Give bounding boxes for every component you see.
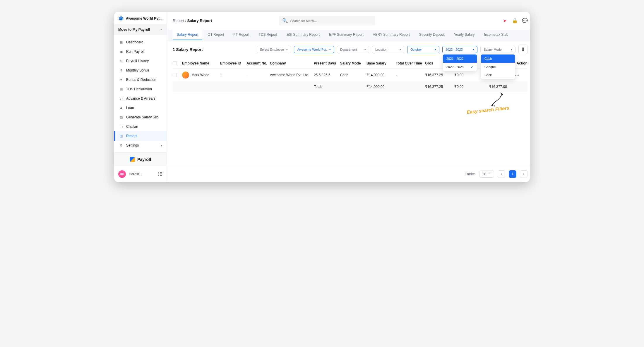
pager: Entries 20⌃ ‹ 1 › xyxy=(167,166,530,182)
year-option[interactable]: 2022 - 2023✓ xyxy=(443,63,477,71)
nav-icon: ▦ xyxy=(119,40,123,44)
nav-item-generate-salary-slip[interactable]: ▥Generate Salary Slip xyxy=(114,113,167,122)
brand-name: Awesome World Pvt... xyxy=(126,16,162,21)
lock-icon[interactable]: 🔒 xyxy=(512,18,518,23)
nav-label: Loan xyxy=(126,106,134,110)
year-select[interactable]: 2022 - 2023▾ 2021 - 20222022 - 2023✓ xyxy=(442,46,477,53)
nav-item-challan[interactable]: ▢Challan xyxy=(114,122,167,131)
employee-select[interactable]: Select Employee▾ xyxy=(257,46,291,53)
brand: Awesome World Pvt... xyxy=(114,12,167,24)
nav-label: Bonus & Deduction xyxy=(126,78,156,82)
mode-option[interactable]: Bank xyxy=(481,71,515,79)
row-checkbox[interactable] xyxy=(173,73,177,77)
arrow-icon xyxy=(489,92,506,108)
bottom-brand: Payroll xyxy=(114,152,167,166)
total-net: ₹16,377.00 xyxy=(478,85,507,89)
search-box[interactable]: 🔍 xyxy=(279,16,375,25)
app-grid-icon[interactable] xyxy=(158,172,162,176)
nav-icon: ± xyxy=(119,78,123,82)
col-employee-id: Employee ID xyxy=(220,61,246,65)
salary-mode-select[interactable]: Salary Mode▾ CashChequeBank xyxy=(480,46,515,53)
nav-icon: ◫ xyxy=(119,134,123,138)
download-button[interactable]: ⬇ xyxy=(518,45,527,54)
nav-item-dashboard[interactable]: ▦Dashboard xyxy=(114,38,167,47)
chevron-down-icon: ▾ xyxy=(400,48,401,51)
nav-label: Advance & Arrears xyxy=(126,96,155,101)
user-bar[interactable]: HG Hardik... xyxy=(114,166,167,182)
tab-yearly-salary[interactable]: Yearly Salary xyxy=(450,30,479,40)
nav: ▦Dashboard▣Run Payroll↻Payroll History₹M… xyxy=(114,35,167,152)
nav-icon: ▢ xyxy=(119,125,123,129)
total-gross: ₹16,377.25 xyxy=(425,85,454,89)
nav-label: Monthly Bonus xyxy=(126,68,149,72)
nav-item-report[interactable]: ◫Report xyxy=(114,131,167,141)
nav-item-payroll-history[interactable]: ↻Payroll History xyxy=(114,56,167,66)
chevron-down-icon: ▾ xyxy=(511,48,512,51)
tab-security-deposit[interactable]: Security Deposit xyxy=(415,30,449,40)
cell-present: 25.5 / 25.5 xyxy=(314,73,340,77)
cell-company: Awesome World Pvt. Ltd. xyxy=(270,73,314,77)
search-input[interactable] xyxy=(290,19,372,23)
filters-row: 1 Salary Report Select Employee▾ Awesome… xyxy=(167,40,530,58)
tab-salary-report[interactable]: Salary Report xyxy=(173,30,202,40)
tab-tds-report[interactable]: TDS Report xyxy=(255,30,281,40)
nav-label: TDS Declaration xyxy=(126,87,152,91)
year-option[interactable]: 2021 - 2022 xyxy=(443,55,477,63)
arrow-right-icon: → xyxy=(159,28,162,32)
chat-icon[interactable]: 💬 xyxy=(522,18,527,23)
cell-acct: - xyxy=(246,73,270,77)
salary-mode-dropdown: CashChequeBank xyxy=(481,54,515,79)
month-select[interactable]: October▾ xyxy=(407,46,439,53)
tab-ot-report[interactable]: OT Report xyxy=(203,30,228,40)
nav-item-settings[interactable]: ⚙Settings▸ xyxy=(114,141,167,150)
cell-name: Mark Wood xyxy=(191,73,209,77)
total-base: ₹14,000.00 xyxy=(366,85,396,89)
nav-item-monthly-bonus[interactable]: ₹Monthly Bonus xyxy=(114,66,167,75)
nav-item-bonus-&-deduction[interactable]: ±Bonus & Deduction xyxy=(114,75,167,84)
col-salary-mode: Salary Mode xyxy=(340,61,366,65)
tab-epf-summary-report[interactable]: EPF Summary Report xyxy=(325,30,367,40)
department-select[interactable]: Department▾ xyxy=(337,46,369,53)
tab-abry-summary-report[interactable]: ABRY Summary Report xyxy=(369,30,414,40)
nav-icon: ▤ xyxy=(119,87,123,91)
location-select[interactable]: Location▾ xyxy=(372,46,404,53)
select-all-checkbox[interactable] xyxy=(173,61,177,65)
col-over-time: Total Over Time xyxy=(396,61,425,65)
sidebar: Awesome World Pvt... Move to My Payroll … xyxy=(114,12,167,182)
total-c2: ₹0.00 xyxy=(454,85,478,89)
nav-label: Generate Salary Slip xyxy=(126,115,159,119)
page-next-button[interactable]: › xyxy=(520,170,527,178)
breadcrumb: Report / Salary Report xyxy=(173,18,212,23)
total-label: Total: xyxy=(314,85,340,89)
tab-esi-summary-report[interactable]: ESI Summary Report xyxy=(282,30,324,40)
search-icon: 🔍 xyxy=(282,18,288,23)
mode-option[interactable]: Cash xyxy=(481,55,515,63)
table-total: Total: ₹14,000.00 ₹16,377.25 ₹0.00 ₹16,3… xyxy=(173,82,527,92)
chevron-down-icon: ▾ xyxy=(473,48,474,51)
breadcrumb-root[interactable]: Report xyxy=(173,18,184,23)
nav-item-tds-declaration[interactable]: ▤TDS Declaration xyxy=(114,84,167,94)
page-prev-button[interactable]: ‹ xyxy=(498,170,505,178)
col-employee-name: Employee Name xyxy=(182,61,220,65)
tab-incometax-slab[interactable]: Incometax Slab xyxy=(480,30,513,40)
nav-label: Settings xyxy=(126,143,139,147)
page-number[interactable]: 1 xyxy=(509,170,516,178)
move-to-payroll-button[interactable]: Move to My Payroll → xyxy=(114,24,167,35)
nav-item-advance-&-arrears[interactable]: ⇄Advance & Arrears xyxy=(114,94,167,103)
page-heading: 1 Salary Report xyxy=(173,47,203,52)
page-size-select[interactable]: 20⌃ xyxy=(479,171,494,178)
company-select[interactable]: Awesome World Pvt.▾ xyxy=(294,46,334,53)
nav-label: Run Payroll xyxy=(126,50,144,54)
tab-pt-report[interactable]: PT Report xyxy=(229,30,253,40)
nav-item-loan[interactable]: ♟Loan xyxy=(114,103,167,113)
nav-label: Challan xyxy=(126,125,138,129)
user-name: Hardik... xyxy=(129,172,155,176)
cell-id: 1 xyxy=(220,73,246,77)
chevron-down-icon: ▾ xyxy=(286,48,288,51)
announcement-icon[interactable]: ➤ xyxy=(502,18,508,23)
user-avatar: HG xyxy=(118,170,126,178)
mode-option[interactable]: Cheque xyxy=(481,63,515,71)
payroll-logo-icon xyxy=(130,157,135,162)
cell-ot: - xyxy=(396,73,425,77)
nav-item-run-payroll[interactable]: ▣Run Payroll xyxy=(114,47,167,56)
